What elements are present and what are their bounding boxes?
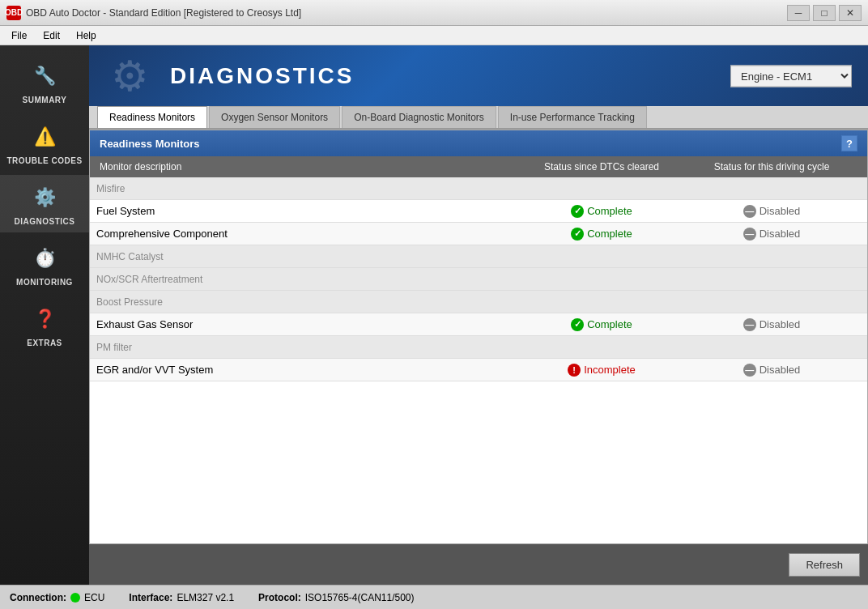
row-name-exhaust: Exhaust Gas Sensor — [96, 317, 521, 332]
row-name-egr: EGR and/or VVT System — [96, 362, 521, 377]
row-status-cycle-boost — [683, 294, 861, 309]
extras-icon: ❓ — [28, 303, 61, 335]
table-row: PM filter — [90, 336, 867, 359]
status-disabled-icon: — — [743, 364, 756, 377]
sidebar-item-extras[interactable]: ❓ EXTRAS — [0, 296, 89, 354]
menu-file[interactable]: File — [3, 28, 35, 43]
table-row: Comprehensive Component ✓ Complete — Dis… — [90, 223, 867, 245]
status-text-egr-dtc: Incomplete — [584, 364, 636, 376]
panel-title: Readiness Monitors — [100, 138, 200, 150]
content-area: ⚙ DIAGNOSTICS Engine - ECM1 Engine - ECM… — [89, 45, 868, 585]
ecu-dot — [70, 593, 80, 603]
protocol-status: Protocol: ISO15765-4(CAN11/500) — [258, 592, 414, 603]
row-status-dtc-boost — [521, 294, 683, 309]
trouble-codes-icon: ⚠️ — [28, 121, 61, 153]
table-row: Boost Pressure — [90, 291, 867, 313]
row-status-dtc-comprehensive: ✓ Complete — [521, 226, 683, 241]
table-row: EGR and/or VVT System ! Incomplete — Dis… — [90, 359, 867, 381]
row-name-misfire: Misfire — [96, 181, 521, 196]
tab-oxygen[interactable]: Oxygen Sensor Monitors — [209, 106, 340, 128]
connection-label: Connection: — [10, 592, 66, 603]
monitor-table: Monitor description Status since DTCs cl… — [90, 156, 867, 543]
menu-bar: File Edit Help — [0, 26, 868, 45]
row-status-dtc-misfire — [521, 181, 683, 196]
status-complete-icon: ✓ — [571, 318, 584, 331]
help-button[interactable]: ? — [841, 135, 857, 151]
status-text-exhaust-dtc: Complete — [587, 318, 632, 330]
table-row: Fuel System ✓ Complete — Disabled — [90, 200, 867, 223]
engine-select[interactable]: Engine - ECM1 Engine - ECM2 — [730, 65, 852, 87]
banner-title: DIAGNOSTICS — [170, 63, 354, 89]
interface-value: ELM327 v2.1 — [177, 592, 234, 603]
status-bar: Connection: ECU Interface: ELM327 v2.1 P… — [0, 585, 868, 609]
status-disabled-icon: — — [743, 318, 756, 331]
row-status-cycle-exhaust: — Disabled — [683, 317, 861, 332]
table-row: NMHC Catalyst — [90, 245, 867, 268]
protocol-value: ISO15765-4(CAN11/500) — [305, 592, 415, 603]
status-disabled-icon: — — [743, 205, 756, 218]
sidebar-label-extras: EXTRAS — [27, 339, 62, 347]
tab-readiness[interactable]: Readiness Monitors — [97, 106, 207, 128]
row-status-dtc-pm — [521, 339, 683, 355]
row-status-cycle-fuel: — Disabled — [683, 203, 861, 219]
close-button[interactable]: ✕ — [839, 5, 862, 21]
refresh-button[interactable]: Refresh — [789, 553, 860, 577]
row-status-dtc-nmhc — [521, 249, 683, 264]
tab-onboard[interactable]: On-Board Diagnostic Monitors — [342, 106, 496, 128]
row-status-cycle-pm — [683, 339, 861, 355]
row-status-dtc-fuel: ✓ Complete — [521, 203, 683, 219]
row-name-boost: Boost Pressure — [96, 294, 521, 309]
col-status-cycle: Status for this driving cycle — [683, 160, 861, 174]
sidebar-item-diagnostics[interactable]: ⚙️ DIAGNOSTICS — [0, 175, 89, 232]
row-name-comprehensive: Comprehensive Component — [96, 226, 521, 241]
row-status-dtc-exhaust: ✓ Complete — [521, 317, 683, 332]
interface-status: Interface: ELM327 v2.1 — [129, 592, 234, 603]
row-status-cycle-nox — [683, 271, 861, 287]
row-status-cycle-comprehensive: — Disabled — [683, 226, 861, 241]
bottom-bar: Refresh — [89, 544, 868, 585]
table-row: Exhaust Gas Sensor ✓ Complete — Disabled — [90, 313, 867, 336]
main-layout: 🔧 SUMMARY ⚠️ TROUBLE CODES ⚙️ DIAGNOSTIC… — [0, 45, 868, 585]
minimize-button[interactable]: ─ — [787, 5, 810, 21]
row-name-nmhc: NMHC Catalyst — [96, 249, 521, 264]
protocol-label: Protocol: — [258, 592, 301, 603]
diagnostics-icon: ⚙️ — [28, 181, 61, 214]
sidebar-item-monitoring[interactable]: ⏱️ MONITORING — [0, 236, 89, 293]
title-bar: OBD OBD Auto Doctor - Standard Edition [… — [0, 0, 868, 26]
row-name-fuel: Fuel System — [96, 203, 521, 219]
summary-icon: 🔧 — [28, 60, 61, 92]
window-controls: ─ □ ✕ — [787, 5, 862, 21]
monitoring-icon: ⏱️ — [28, 242, 61, 275]
sidebar-label-monitoring: MONITORING — [16, 278, 73, 287]
table-row: Misfire — [90, 177, 867, 200]
app-icon: OBD — [6, 6, 21, 20]
row-status-cycle-egr: — Disabled — [683, 362, 861, 377]
menu-help[interactable]: Help — [68, 28, 104, 43]
sidebar-item-trouble-codes[interactable]: ⚠️ TROUBLE CODES — [0, 114, 89, 172]
status-text-comp-cycle: Disabled — [760, 228, 801, 240]
col-description: Monitor description — [96, 160, 521, 174]
maximize-button[interactable]: □ — [813, 5, 836, 21]
status-text-fuel-dtc: Complete — [587, 205, 632, 217]
tab-inuse[interactable]: In-use Performance Tracking — [498, 106, 647, 128]
readiness-panel: Readiness Monitors ? Monitor description… — [89, 130, 868, 544]
row-name-nox: NOx/SCR Aftertreatment — [96, 271, 521, 287]
interface-label: Interface: — [129, 592, 172, 603]
menu-edit[interactable]: Edit — [35, 28, 68, 43]
row-status-cycle-nmhc — [683, 249, 861, 264]
status-disabled-icon: — — [743, 228, 756, 241]
header-banner: ⚙ DIAGNOSTICS Engine - ECM1 Engine - ECM… — [89, 45, 868, 106]
panel-header: Readiness Monitors ? — [90, 130, 867, 156]
row-status-cycle-misfire — [683, 181, 861, 196]
engine-select-container: Engine - ECM1 Engine - ECM2 — [730, 65, 852, 87]
window-title: OBD Auto Doctor - Standard Edition [Regi… — [26, 7, 787, 19]
sidebar-label-trouble-codes: TROUBLE CODES — [6, 156, 82, 165]
table-header: Monitor description Status since DTCs cl… — [90, 156, 867, 177]
status-text-exhaust-cycle: Disabled — [760, 318, 801, 330]
table-row: NOx/SCR Aftertreatment — [90, 268, 867, 291]
sidebar-item-summary[interactable]: 🔧 SUMMARY — [0, 53, 89, 111]
status-text-egr-cycle: Disabled — [760, 364, 801, 376]
connection-status: Connection: ECU — [10, 592, 104, 603]
sidebar-label-summary: SUMMARY — [23, 96, 67, 104]
status-complete-icon: ✓ — [571, 228, 584, 241]
